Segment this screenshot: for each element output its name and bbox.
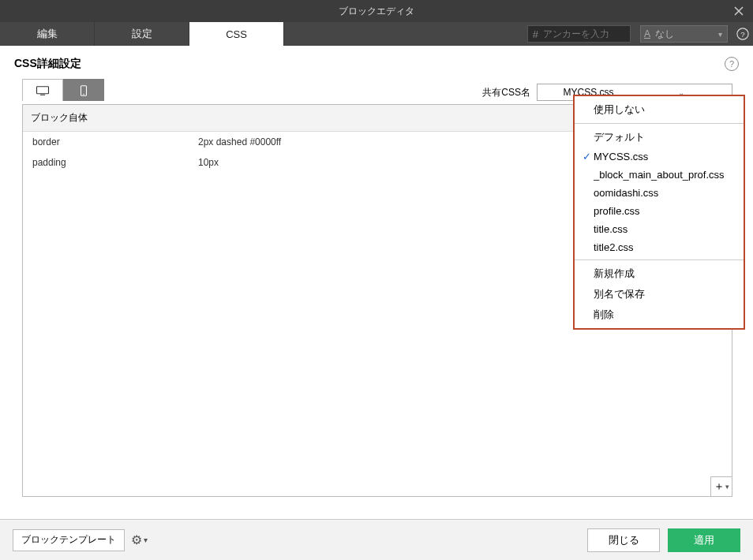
property-key: padding — [32, 157, 198, 168]
close-icon[interactable] — [731, 3, 747, 19]
font-select[interactable]: A なし ▾ — [640, 25, 728, 43]
dropdown-item[interactable]: デフォルト — [575, 127, 744, 147]
main-tabs: 編集 設定 CSS # A なし ▾ ? — [0, 22, 753, 46]
device-tab-mobile[interactable] — [63, 79, 104, 101]
plus-icon: ＋ — [714, 480, 725, 494]
block-template-button[interactable]: ブロックテンプレート — [13, 529, 125, 551]
property-value: 10px — [198, 157, 219, 168]
chevron-down-icon: ▾ — [718, 30, 722, 39]
hash-icon: # — [528, 28, 543, 40]
chevron-down-icon: ▾ — [725, 483, 729, 491]
svg-point-4 — [83, 93, 84, 94]
dropdown-item[interactable]: profile.css — [575, 202, 744, 220]
svg-rect-2 — [37, 86, 49, 93]
property-value: 2px dashed #0000ff — [198, 136, 281, 147]
tab-css[interactable]: CSS — [189, 22, 284, 46]
dropdown-item-label: 削除 — [594, 308, 737, 322]
dropdown-item-label: 新規作成 — [594, 267, 737, 281]
dropdown-item[interactable]: _block_main_about_prof.css — [575, 166, 744, 184]
sub-header: CSS詳細設定 ? — [0, 46, 753, 79]
dropdown-item[interactable]: oomidashi.css — [575, 184, 744, 202]
check-icon: ✓ — [579, 151, 594, 162]
anchor-input-wrap: # — [527, 25, 631, 43]
footer: ブロックテンプレート ⚙▾ 閉じる 適用 — [0, 519, 753, 560]
anchor-input[interactable] — [543, 28, 630, 39]
tab-settings[interactable]: 設定 — [95, 22, 189, 46]
dropdown-item[interactable]: 別名で保存 — [575, 284, 744, 304]
tab-edit[interactable]: 編集 — [0, 22, 95, 46]
close-button[interactable]: 閉じる — [587, 528, 660, 552]
dropdown-item-label: title2.css — [594, 241, 737, 253]
dropdown-item-label: oomidashi.css — [594, 187, 737, 199]
page-title: CSS詳細設定 — [14, 57, 81, 71]
window-title: ブロックエディタ — [339, 5, 414, 18]
gear-icon: ⚙ — [131, 532, 142, 547]
font-select-label: なし — [655, 28, 718, 41]
dropdown-item-label: デフォルト — [594, 130, 737, 144]
title-bar: ブロックエディタ — [0, 0, 753, 22]
dropdown-item[interactable]: title.css — [575, 220, 744, 238]
property-key: border — [32, 136, 198, 147]
dropdown-item[interactable]: 新規作成 — [575, 263, 744, 284]
dropdown-item[interactable]: 使用しない — [575, 99, 744, 120]
device-tab-desktop[interactable] — [22, 79, 63, 101]
chevron-down-icon: ▾ — [144, 536, 148, 544]
help-icon[interactable]: ? — [732, 22, 753, 46]
gear-menu[interactable]: ⚙▾ — [131, 532, 148, 547]
add-property-button[interactable]: ＋▾ — [710, 476, 732, 497]
dropdown-item-label: MYCSS.css — [594, 151, 737, 162]
dropdown-item-label: 使用しない — [594, 103, 737, 117]
share-css-label: 共有CSS名 — [482, 86, 530, 99]
dropdown-item[interactable]: ✓MYCSS.css — [575, 147, 744, 166]
dropdown-item-label: _block_main_about_prof.css — [594, 169, 737, 181]
inline-help-icon[interactable]: ? — [725, 57, 739, 71]
apply-button[interactable]: 適用 — [668, 528, 740, 552]
font-icon: A — [644, 28, 650, 39]
dropdown-item[interactable]: title2.css — [575, 238, 744, 256]
dropdown-item-label: 別名で保存 — [594, 287, 737, 301]
dropdown-item-label: profile.css — [594, 205, 737, 217]
dropdown-item[interactable]: 削除 — [575, 304, 744, 325]
dropdown-item-label: title.css — [594, 223, 737, 235]
svg-text:?: ? — [740, 30, 745, 39]
share-css-dropdown: 使用しないデフォルト✓MYCSS.css_block_main_about_pr… — [573, 95, 745, 330]
